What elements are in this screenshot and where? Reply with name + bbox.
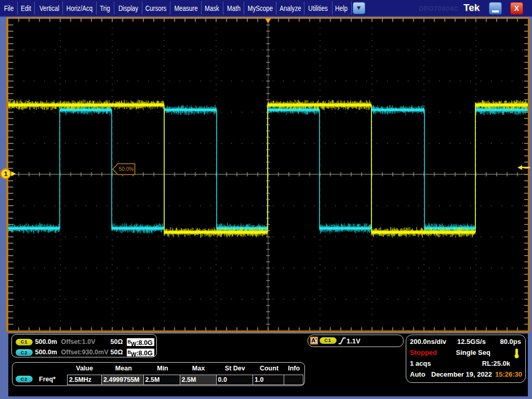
- svg-text:1: 1: [4, 170, 7, 178]
- svg-text:50.0%: 50.0%: [119, 166, 134, 172]
